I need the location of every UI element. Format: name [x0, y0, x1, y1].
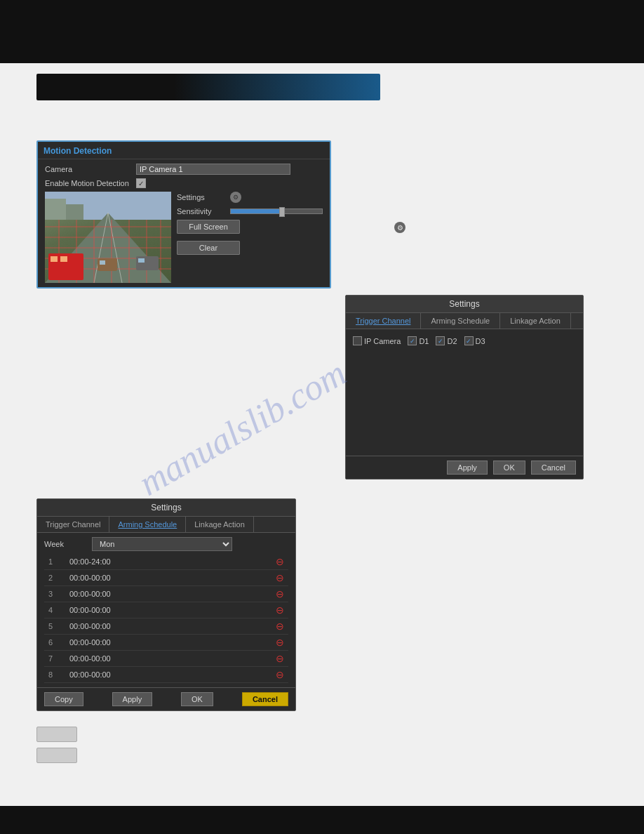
camera-dropdown[interactable]: IP Camera 1 — [136, 164, 290, 175]
svg-rect-19 — [51, 256, 58, 262]
sensitivity-label: Sensitivity — [177, 207, 226, 216]
motion-detection-title: Motion Detection — [38, 142, 330, 159]
ok-button[interactable]: OK — [181, 692, 213, 706]
row-num: 6 — [44, 635, 65, 651]
settings-footer: Apply OK Cancel — [346, 456, 583, 479]
bottom-btn-2[interactable] — [36, 748, 77, 763]
chk-d3[interactable] — [464, 336, 474, 345]
row-num: 2 — [44, 570, 65, 586]
trigger-d2: D2 — [436, 336, 457, 345]
chk-d2[interactable] — [436, 336, 445, 345]
row-time[interactable]: 00:00-00:00 — [65, 618, 271, 635]
settings-tabs: Trigger Channel Arming Schedule Linkage … — [346, 313, 583, 329]
arming-body: Week Mon 1 00:00-24:00 ⊖ 2 00:00-00:00 ⊖… — [37, 533, 295, 687]
settings-body: IP Camera D1 D2 D3 — [346, 329, 583, 456]
trigger-d3: D3 — [464, 336, 485, 345]
table-row: 6 00:00-00:00 ⊖ — [44, 635, 288, 651]
table-row: 1 00:00-24:00 ⊖ — [44, 554, 288, 570]
row-delete[interactable]: ⊖ — [271, 602, 288, 618]
row-time[interactable]: 00:00-24:00 — [65, 554, 271, 570]
top-bar — [0, 0, 644, 63]
settings-text-label: Settings — [177, 193, 226, 201]
table-row: 3 00:00-00:00 ⊖ — [44, 586, 288, 602]
arming-tab-linkage[interactable]: Linkage Action — [186, 517, 254, 532]
bottom-buttons — [36, 727, 77, 763]
table-row: 4 00:00-00:00 ⊖ — [44, 602, 288, 618]
arming-tab-schedule[interactable]: Arming Schedule — [109, 517, 186, 532]
motion-preview — [45, 192, 171, 283]
settings-trigger-dialog: Settings Trigger Channel Arming Schedule… — [345, 295, 584, 479]
settings-gear-icon[interactable]: ⚙ — [230, 192, 241, 203]
trigger-d2-label: D2 — [447, 337, 457, 345]
row-delete[interactable]: ⊖ — [271, 651, 288, 667]
row-num: 1 — [44, 554, 65, 570]
row-delete[interactable]: ⊖ — [271, 586, 288, 602]
tab-arming-schedule-settings[interactable]: Arming Schedule — [421, 313, 500, 329]
svg-rect-4 — [45, 199, 66, 220]
chk-ip-camera[interactable] — [353, 336, 362, 345]
row-delete[interactable]: ⊖ — [271, 635, 288, 651]
table-row: 5 00:00-00:00 ⊖ — [44, 618, 288, 635]
trigger-channel-row: IP Camera D1 D2 D3 — [353, 336, 576, 345]
trigger-d3-label: D3 — [476, 337, 485, 345]
enable-label: Enable Motion Detection — [45, 179, 136, 187]
row-time[interactable]: 00:00-00:00 — [65, 586, 271, 602]
bottom-bar — [0, 806, 644, 834]
full-screen-button[interactable]: Full Screen — [177, 220, 240, 234]
chk-d1[interactable] — [408, 336, 417, 345]
week-dropdown[interactable]: Mon — [92, 537, 232, 551]
row-num: 7 — [44, 651, 65, 667]
row-time[interactable]: 00:00-00:00 — [65, 570, 271, 586]
cancel-button[interactable]: Cancel — [242, 692, 288, 706]
row-delete[interactable]: ⊖ — [271, 570, 288, 586]
svg-rect-22 — [100, 260, 105, 265]
tab-trigger-channel[interactable]: Trigger Channel — [346, 313, 421, 329]
watermark: manualslib.com — [131, 352, 353, 503]
table-row: 7 00:00-00:00 ⊖ — [44, 651, 288, 667]
settings-apply-button[interactable]: Apply — [447, 461, 488, 475]
trigger-ip-camera: IP Camera — [353, 336, 401, 345]
copy-button[interactable]: Copy — [44, 692, 83, 706]
enable-checkbox[interactable]: ✓ — [136, 178, 146, 188]
row-num: 3 — [44, 586, 65, 602]
settings-dialog-title: Settings — [346, 296, 583, 313]
arming-tabs: Trigger Channel Arming Schedule Linkage … — [37, 517, 295, 533]
arming-schedule-dialog: Settings Trigger Channel Arming Schedule… — [36, 498, 296, 711]
arming-dialog-title: Settings — [37, 499, 295, 517]
camera-label: Camera — [45, 165, 136, 173]
trigger-d1: D1 — [408, 336, 429, 345]
settings-cancel-button[interactable]: Cancel — [531, 461, 576, 475]
arming-tab-trigger[interactable]: Trigger Channel — [37, 517, 109, 532]
tab-linkage-action-settings[interactable]: Linkage Action — [500, 313, 571, 329]
week-label: Week — [44, 540, 86, 548]
header-banner — [36, 74, 380, 100]
arming-table: 1 00:00-24:00 ⊖ 2 00:00-00:00 ⊖ 3 00:00-… — [44, 554, 288, 683]
row-time[interactable]: 00:00-00:00 — [65, 635, 271, 651]
settings-ok-button[interactable]: OK — [493, 461, 525, 475]
svg-rect-5 — [66, 204, 83, 220]
arming-footer: Copy Apply OK Cancel — [37, 687, 295, 710]
sensitivity-slider[interactable] — [230, 208, 323, 214]
row-time[interactable]: 00:00-00:00 — [65, 651, 271, 667]
row-num: 8 — [44, 667, 65, 683]
row-time[interactable]: 00:00-00:00 — [65, 667, 271, 683]
motion-settings-panel: Settings ⚙ Sensitivity Full Screen Clear — [177, 192, 323, 283]
row-num: 5 — [44, 618, 65, 635]
row-delete[interactable]: ⊖ — [271, 618, 288, 635]
apply-button[interactable]: Apply — [112, 692, 153, 706]
trigger-d1-label: D1 — [419, 337, 429, 345]
table-row: 8 00:00-00:00 ⊖ — [44, 667, 288, 683]
row-delete[interactable]: ⊖ — [271, 667, 288, 683]
row-time[interactable]: 00:00-00:00 — [65, 602, 271, 618]
trigger-ip-camera-label: IP Camera — [364, 337, 401, 345]
clear-button[interactable]: Clear — [177, 241, 240, 255]
bottom-btn-1[interactable] — [36, 727, 77, 742]
standalone-gear-icon[interactable]: ⚙ — [394, 222, 405, 233]
row-num: 4 — [44, 602, 65, 618]
svg-rect-20 — [60, 256, 67, 262]
table-row: 2 00:00-00:00 ⊖ — [44, 570, 288, 586]
svg-rect-24 — [138, 258, 145, 263]
row-delete[interactable]: ⊖ — [271, 554, 288, 570]
motion-detection-dialog: Motion Detection Camera IP Camera 1 Enab… — [36, 140, 331, 289]
